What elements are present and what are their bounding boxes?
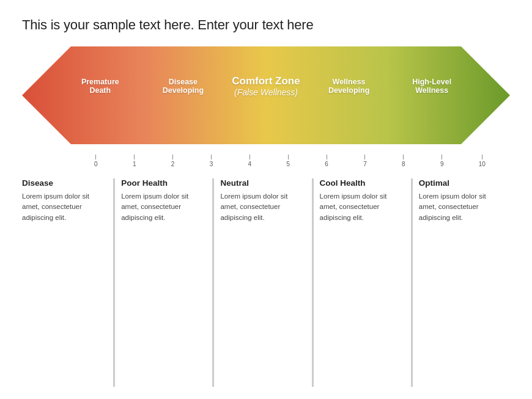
scale-5: 5 (286, 155, 290, 167)
col-neutral: Neutral Lorem ipsum dolor sit amet, cons… (212, 178, 311, 387)
scale-0: 0 (94, 155, 98, 167)
label-wellness-developing: WellnessDeveloping (308, 78, 391, 95)
arrow-diagram: PrematureDeath DiseaseDeveloping Comfort… (22, 46, 510, 144)
page: This is your sample text here. Enter you… (0, 0, 532, 399)
scale-2: 2 (171, 155, 175, 167)
col-disease-body: Lorem ipsum dolor sit amet, consectetuer… (22, 191, 107, 223)
label-premature-death: PrematureDeath (59, 78, 142, 95)
col-optimal-body: Lorem ipsum dolor sit amet, consectetuer… (419, 191, 504, 223)
scale-row: 0 1 2 3 4 5 6 7 8 9 10 (22, 149, 510, 167)
page-title: This is your sample text here. Enter you… (22, 17, 510, 33)
scale-3: 3 (210, 155, 213, 167)
col-poor-health: Poor Health Lorem ipsum dolor sit amet, … (113, 178, 212, 387)
col-neutral-title: Neutral (220, 178, 305, 188)
col-cool-health: Cool Health Lorem ipsum dolor sit amet, … (312, 178, 411, 387)
scale-10: 10 (479, 155, 486, 167)
label-comfort-zone: Comfort Zone(False Wellness) (224, 75, 308, 97)
arrow-labels: PrematureDeath DiseaseDeveloping Comfort… (22, 46, 510, 126)
scale-4: 4 (248, 155, 252, 167)
scale-9: 9 (440, 155, 444, 167)
col-poor-health-body: Lorem ipsum dolor sit amet, consectetuer… (121, 191, 206, 223)
col-cool-health-body: Lorem ipsum dolor sit amet, consectetuer… (320, 191, 405, 223)
scale-1: 1 (133, 155, 136, 167)
label-high-level-wellness: High-LevelWellness (390, 78, 473, 95)
scale-6: 6 (325, 155, 328, 167)
col-poor-health-title: Poor Health (121, 178, 206, 188)
col-disease: Disease Lorem ipsum dolor sit amet, cons… (22, 178, 113, 387)
scale-7: 7 (363, 155, 367, 167)
col-disease-title: Disease (22, 178, 107, 188)
scale-8: 8 (402, 155, 405, 167)
col-neutral-body: Lorem ipsum dolor sit amet, consectetuer… (220, 191, 305, 223)
columns-row: Disease Lorem ipsum dolor sit amet, cons… (22, 178, 510, 387)
scale-marks: 0 1 2 3 4 5 6 7 8 9 10 (94, 155, 486, 167)
col-cool-health-title: Cool Health (320, 178, 405, 188)
col-optimal: Optimal Lorem ipsum dolor sit amet, cons… (411, 178, 510, 387)
label-disease-developing: DiseaseDeveloping (142, 78, 225, 95)
col-optimal-title: Optimal (419, 178, 504, 188)
